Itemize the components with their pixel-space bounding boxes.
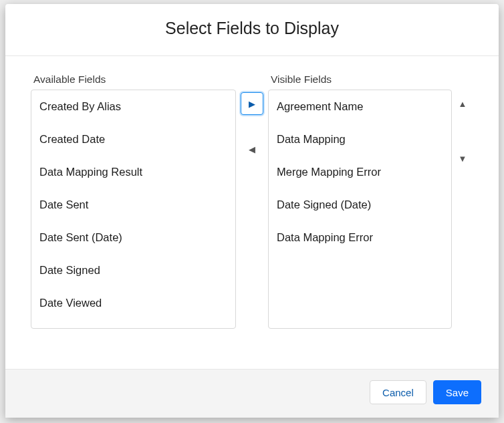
reorder-controls: ▲ ▼ [452,74,473,362]
available-fields-label: Available Fields [31,74,236,86]
cancel-button[interactable]: Cancel [370,380,426,404]
modal-header: Select Fields to Display [5,4,499,56]
move-up-button[interactable]: ▲ [451,92,474,115]
available-field-item[interactable]: Date Viewed [31,287,235,319]
visible-field-item[interactable]: Data Mapping Error [269,221,451,254]
triangle-left-icon: ◀ [249,144,255,154]
available-field-item[interactable]: Date Signed [31,254,235,287]
visible-field-item[interactable]: Merge Mapping Error [269,156,451,188]
available-field-item[interactable]: Data Mapping Result [31,156,235,188]
available-field-item[interactable]: Created By Alias [31,90,235,123]
visible-fields-listbox[interactable]: Agreement NameData MappingMerge Mapping … [268,90,452,329]
move-down-button[interactable]: ▼ [451,147,474,170]
available-field-item[interactable]: Date Sent (Date) [31,221,235,254]
move-right-button[interactable]: ▶ [241,92,263,115]
select-fields-modal: Select Fields to Display Available Field… [5,4,499,418]
modal-title: Select Fields to Display [165,19,339,37]
visible-fields-column: Visible Fields Agreement NameData Mappin… [268,74,452,362]
available-field-item[interactable]: Date Sent [31,188,235,221]
available-fields-column: Available Fields Created By AliasCreated… [31,74,236,362]
triangle-up-icon: ▲ [459,99,467,109]
modal-footer: Cancel Save [5,369,499,418]
modal-body: Available Fields Created By AliasCreated… [5,56,499,369]
triangle-down-icon: ▼ [459,154,467,164]
available-fields-listbox[interactable]: Created By AliasCreated DateData Mapping… [31,90,236,329]
triangle-right-icon: ▶ [249,99,255,109]
move-left-button[interactable]: ◀ [241,138,263,160]
move-controls: ▶ ◀ [236,74,268,362]
visible-fields-label: Visible Fields [268,74,452,86]
available-field-item[interactable]: Created Date [31,123,235,156]
visible-field-item[interactable]: Agreement Name [269,90,451,123]
visible-field-item[interactable]: Date Signed (Date) [269,188,451,221]
visible-field-item[interactable]: Data Mapping [269,123,451,156]
save-button[interactable]: Save [433,380,481,404]
